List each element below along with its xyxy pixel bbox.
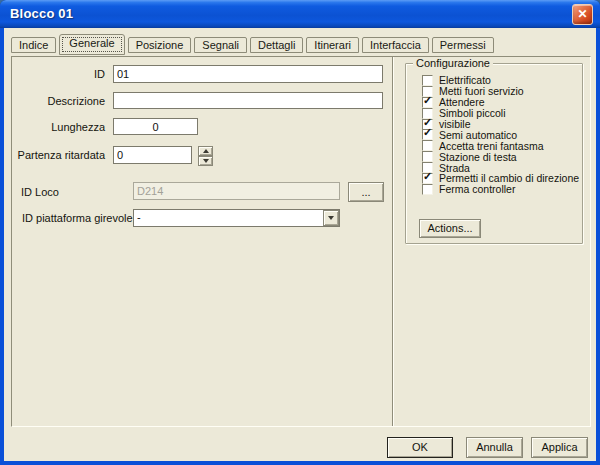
- partenza-ritardata-spinner: [198, 146, 213, 166]
- checkbox-row-permetti-cambio-direzione: ✓ Permetti il cambio di direzione: [422, 173, 580, 184]
- spinner-up-button[interactable]: [198, 146, 213, 156]
- checkbox-row-stazione-di-testa: Stazione di testa: [422, 151, 580, 162]
- check-mark-icon: ✓: [423, 171, 432, 182]
- tab-generale[interactable]: Generale: [59, 34, 124, 55]
- combobox-value: -: [134, 210, 323, 226]
- checkbox-row-metti-fuori-servizio: Metti fuori servizio: [422, 86, 580, 97]
- window-title: Blocco 01: [10, 6, 73, 21]
- tab-label: Permessi: [440, 39, 486, 51]
- id-label: ID: [12, 68, 105, 80]
- descrizione-label: Descrizione: [12, 95, 105, 107]
- close-icon: ✕: [577, 7, 587, 21]
- id-loco-browse-button[interactable]: ...: [348, 182, 384, 202]
- titlebar[interactable]: Blocco 01 ✕: [0, 0, 600, 28]
- tab-itinerari[interactable]: Itinerari: [306, 37, 359, 53]
- id-loco-input: [133, 182, 340, 200]
- chevron-down-icon: [328, 216, 334, 220]
- checkbox-row-strada: Strada: [422, 162, 580, 173]
- configurazione-title: Configurazione: [413, 57, 493, 69]
- partenza-ritardata-label: Partenza ritardata: [12, 149, 105, 161]
- tab-segnali[interactable]: Segnali: [194, 37, 247, 53]
- descrizione-input[interactable]: [113, 92, 383, 109]
- vertical-separator: [392, 57, 394, 426]
- ok-button[interactable]: OK: [387, 437, 453, 458]
- checkbox-row-visibile: ✓ visibile: [422, 119, 580, 130]
- actions-button[interactable]: Actions...: [419, 219, 481, 238]
- id-loco-label: ID Loco: [21, 186, 81, 198]
- tab-label: Indice: [19, 39, 48, 51]
- checkbox-row-simboli-piccoli: Simboli piccoli: [422, 108, 580, 119]
- checkbox-semi-automatico[interactable]: ✓: [422, 129, 433, 140]
- arrow-down-icon: [203, 159, 209, 163]
- checkbox-row-semi-automatico: ✓ Semi automatico: [422, 129, 580, 140]
- checkbox-row-elettrificato: Elettrificato: [422, 75, 580, 86]
- dialog-window: Blocco 01 ✕ Indice Generale Posizione Se…: [0, 0, 600, 465]
- lunghezza-label: Lunghezza: [12, 121, 105, 133]
- check-mark-icon: ✓: [423, 127, 432, 138]
- tab-label: Dettagli: [258, 39, 295, 51]
- checkbox-list: Elettrificato Metti fuori servizio ✓ Att…: [422, 75, 580, 195]
- checkbox-label[interactable]: Ferma controller: [439, 183, 515, 195]
- check-mark-icon: ✓: [423, 95, 432, 106]
- partenza-ritardata-input[interactable]: [113, 146, 192, 164]
- checkbox-stazione-di-testa[interactable]: [422, 151, 433, 162]
- tab-permessi[interactable]: Permessi: [432, 37, 494, 53]
- lunghezza-input[interactable]: [113, 118, 198, 135]
- id-piattaforma-combobox[interactable]: -: [133, 209, 340, 227]
- checkbox-elettrificato[interactable]: [422, 75, 433, 86]
- tab-label: Posizione: [136, 39, 184, 51]
- tab-indice[interactable]: Indice: [11, 37, 56, 53]
- tab-focus-rect: [62, 37, 121, 52]
- spinner-down-button[interactable]: [198, 156, 213, 166]
- main-panel: ID Descrizione Lunghezza Partenza ritard…: [11, 56, 591, 427]
- checkbox-row-ferma-controller: Ferma controller: [422, 184, 580, 195]
- checkbox-permetti-cambio-direzione[interactable]: ✓: [422, 173, 433, 184]
- dialog-body: Indice Generale Posizione Segnali Dettag…: [4, 28, 596, 461]
- combobox-dropdown-button[interactable]: [323, 210, 339, 226]
- checkbox-row-accetta-treni-fantasma: Accetta treni fantasma: [422, 140, 580, 151]
- checkbox-accetta-treni-fantasma[interactable]: [422, 140, 433, 151]
- id-input[interactable]: [113, 65, 383, 83]
- tab-posizione[interactable]: Posizione: [128, 37, 192, 53]
- checkbox-row-attendere: ✓ Attendere: [422, 97, 580, 108]
- tab-dettagli[interactable]: Dettagli: [250, 37, 303, 53]
- applica-button[interactable]: Applica: [531, 437, 588, 458]
- close-button[interactable]: ✕: [572, 4, 593, 25]
- tab-label: Interfaccia: [370, 39, 421, 51]
- configurazione-groupbox: Configurazione Elettrificato Metti fuori…: [405, 63, 583, 244]
- tab-label: Itinerari: [314, 39, 351, 51]
- annulla-button[interactable]: Annulla: [466, 437, 523, 458]
- id-piattaforma-label: ID piattaforma girevole: [22, 212, 140, 224]
- checkbox-ferma-controller[interactable]: [422, 184, 433, 195]
- tab-label: Segnali: [202, 39, 239, 51]
- arrow-up-icon: [203, 149, 209, 153]
- tab-interfaccia[interactable]: Interfaccia: [362, 37, 429, 53]
- tab-strip: Indice Generale Posizione Segnali Dettag…: [11, 33, 497, 55]
- checkbox-attendere[interactable]: ✓: [422, 97, 433, 108]
